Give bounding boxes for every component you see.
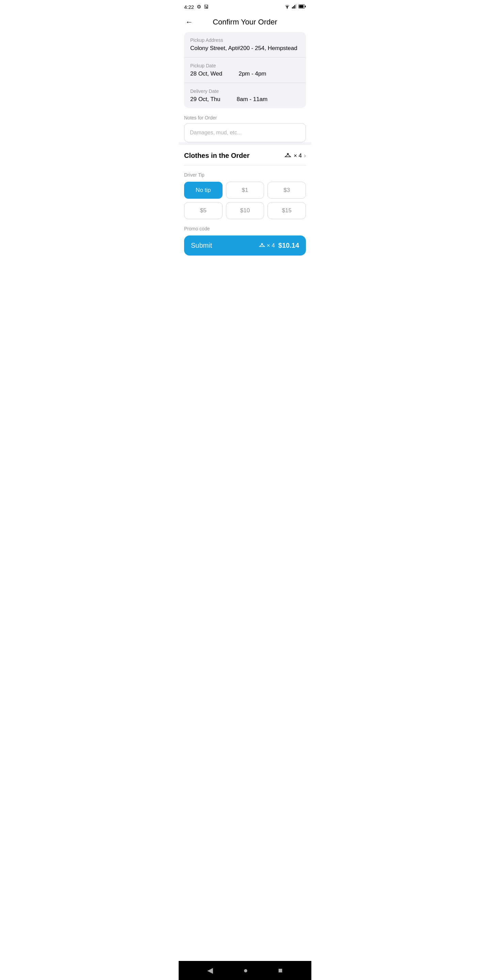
chevron-right-icon: › (304, 152, 306, 159)
submit-details: × 4 $10.14 (259, 242, 299, 250)
pickup-date-section: Pickup Date 28 Oct, Wed 2pm - 4pm (184, 57, 306, 83)
submit-count: × 4 (259, 242, 275, 249)
delivery-date-value: 29 Oct, Thu (190, 96, 221, 103)
submit-label: Submit (191, 242, 212, 250)
status-bar-left: 4:22 ⚙ 🖫 (184, 4, 208, 10)
driver-tip-section: Driver Tip No tip $1 $3 $5 $10 $15 (184, 172, 306, 219)
delivery-date-label: Delivery Date (190, 89, 300, 94)
promo-label: Promo code (184, 226, 306, 231)
submit-price: $10.14 (278, 242, 299, 250)
tip-3-button[interactable]: $3 (267, 182, 306, 199)
notes-label: Notes for Order (184, 115, 306, 121)
submit-hanger-icon (259, 242, 266, 249)
tip-grid: No tip $1 $3 $5 $10 $15 (184, 182, 306, 219)
time-display: 4:22 (184, 4, 194, 10)
sim-icon: 🖫 (204, 4, 208, 10)
svg-point-0 (287, 8, 288, 8)
submit-button[interactable]: Submit × 4 $10.14 (184, 235, 306, 256)
svg-rect-6 (299, 5, 304, 8)
hanger-icon (284, 152, 292, 159)
svg-rect-3 (294, 5, 295, 8)
notes-input[interactable] (184, 123, 306, 142)
header: ← Confirm Your Order (179, 12, 311, 32)
clothes-row[interactable]: Clothes in the Order × 4 › (184, 152, 306, 165)
tip-1-button[interactable]: $1 (226, 182, 264, 199)
content-area: Pickup Address Colony Street, Apt#200 - … (179, 32, 311, 961)
tip-no-tip-button[interactable]: No tip (184, 182, 223, 199)
pickup-date-label: Pickup Date (190, 63, 300, 68)
wifi-icon (284, 4, 290, 10)
battery-icon (298, 4, 306, 10)
pickup-time-value: 2pm - 4pm (239, 70, 266, 77)
pickup-date-value: 28 Oct, Wed (190, 70, 222, 77)
info-card: Pickup Address Colony Street, Apt#200 - … (184, 32, 306, 108)
delivery-date-row: 29 Oct, Thu 8am - 11am (190, 96, 300, 103)
notes-section: Notes for Order (184, 115, 306, 142)
pickup-address-value: Colony Street, Apt#200 - 254, Hempstead (190, 45, 300, 52)
pickup-date-row: 28 Oct, Wed 2pm - 4pm (190, 70, 300, 77)
back-button[interactable]: ← (184, 16, 194, 28)
nav-home-icon[interactable]: ● (243, 966, 248, 975)
status-bar: 4:22 ⚙ 🖫 (179, 0, 311, 12)
nav-recents-icon[interactable]: ■ (278, 966, 282, 975)
pickup-address-label: Pickup Address (190, 37, 300, 43)
svg-rect-4 (296, 4, 297, 8)
driver-tip-label: Driver Tip (184, 172, 306, 178)
clothes-count-area: × 4 › (284, 152, 306, 159)
tip-5-button[interactable]: $5 (184, 202, 223, 219)
delivery-date-section: Delivery Date 29 Oct, Thu 8am - 11am (184, 83, 306, 108)
section-divider (179, 142, 311, 145)
gear-icon: ⚙ (197, 4, 201, 10)
clothes-count-text: × 4 (294, 153, 302, 159)
svg-rect-1 (292, 7, 293, 8)
promo-section: Promo code (184, 226, 306, 231)
svg-rect-2 (293, 6, 294, 8)
submit-count-text: × 4 (267, 242, 275, 249)
pickup-address-section: Pickup Address Colony Street, Apt#200 - … (184, 32, 306, 57)
signal-icon (292, 4, 297, 10)
tip-15-button[interactable]: $15 (267, 202, 306, 219)
tip-10-button[interactable]: $10 (226, 202, 264, 219)
status-bar-right (284, 4, 306, 10)
delivery-time-value: 8am - 11am (237, 96, 268, 103)
page-title: Confirm Your Order (213, 18, 277, 27)
nav-back-icon[interactable]: ◀ (207, 966, 213, 975)
bottom-nav: ◀ ● ■ (179, 961, 311, 980)
clothes-label: Clothes in the Order (184, 152, 250, 159)
svg-rect-7 (305, 6, 306, 8)
